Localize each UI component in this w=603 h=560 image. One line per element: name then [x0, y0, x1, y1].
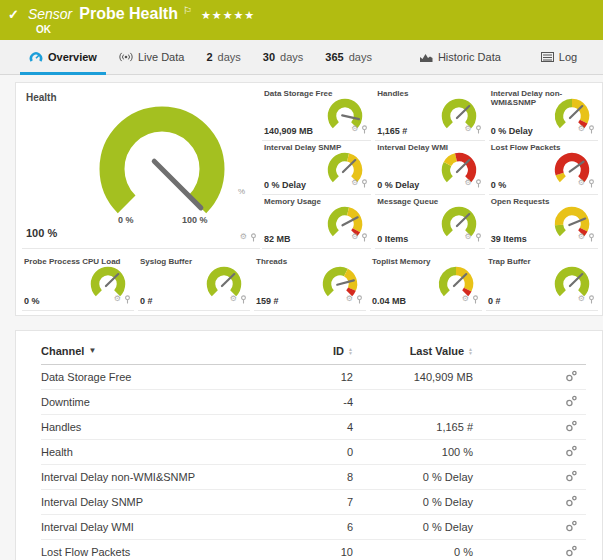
- table-row-interval-delay-wmi[interactable]: Interval Delay WMI60 % Delay: [41, 515, 586, 540]
- pin-icon-glyph: [361, 233, 368, 242]
- priority-stars[interactable]: ★★★★★: [201, 9, 255, 22]
- tab-live-data[interactable]: Live Data: [108, 40, 195, 74]
- channel-settings-icon-glyph: [565, 445, 578, 457]
- pin-icon-glyph: [472, 295, 479, 304]
- pin-icon[interactable]: [475, 228, 482, 246]
- gauge-open-requests: Open Requests39 Items⚙: [489, 195, 598, 249]
- gauge-health: Health 0 % 100 % % 100 % ⚙: [22, 87, 260, 249]
- tab-bar: OverviewLive Data2days30days365daysHisto…: [0, 40, 603, 75]
- gauge-value: 0 % Delay: [491, 126, 533, 136]
- table-header-row: Channel ▼ ID ▲▼ Last Value ▲▼: [41, 337, 586, 365]
- pin-icon-glyph: [588, 295, 595, 304]
- gauge-lost-flow-packets: Lost Flow Packets0 %⚙: [489, 141, 598, 195]
- table-row-downtime[interactable]: Downtime-4: [41, 390, 586, 415]
- channel-name: Lost Flow Packets: [41, 546, 293, 558]
- gauge-value: 1,165 #: [377, 126, 407, 136]
- table-row-lost-flow-packets[interactable]: Lost Flow Packets100 %: [41, 540, 586, 560]
- gauge-threads: Threads159 #⚙: [254, 255, 366, 311]
- pin-icon[interactable]: [250, 228, 257, 246]
- gauge-data-storage-free: Data Storage Free140,909 MB⚙: [262, 87, 371, 141]
- column-header-channel[interactable]: Channel ▼: [41, 345, 293, 357]
- gauge-value: 0 #: [140, 296, 153, 306]
- tab-historic-data[interactable]: Historic Data: [409, 40, 512, 74]
- channel-settings-icon[interactable]: [565, 395, 578, 409]
- table-row-health[interactable]: Health0100 %: [41, 440, 586, 465]
- overview-gauges-panel: Health 0 % 100 % % 100 % ⚙ Data Storage …: [15, 82, 603, 316]
- tab-365-days[interactable]: 365days: [314, 40, 383, 74]
- pin-icon[interactable]: [475, 174, 482, 192]
- gear-icon[interactable]: ⚙: [240, 233, 247, 241]
- gear-icon[interactable]: ⚙: [351, 179, 358, 187]
- gear-icon[interactable]: ⚙: [346, 295, 353, 303]
- gauge-probe-process-cpu-load: Probe Process CPU Load0 %⚙: [22, 255, 134, 311]
- gauge-value: 39 Items: [491, 234, 527, 244]
- pin-icon[interactable]: [588, 174, 595, 192]
- channel-id: 12: [293, 371, 353, 383]
- column-header-id[interactable]: ID ▲▼: [293, 345, 353, 357]
- pin-icon-glyph: [475, 179, 482, 188]
- column-header-last-value[interactable]: Last Value ▲▼: [353, 345, 473, 357]
- gear-icon[interactable]: ⚙: [462, 295, 469, 303]
- log-icon: [541, 52, 554, 62]
- channel-id: 6: [293, 521, 353, 533]
- gear-icon[interactable]: ⚙: [114, 295, 121, 303]
- channel-settings-icon[interactable]: [565, 495, 578, 509]
- pin-icon-glyph: [356, 295, 363, 304]
- pin-icon[interactable]: [361, 174, 368, 192]
- gauge-unit-label: %: [238, 187, 245, 196]
- gauge-handles: Handles1,165 #⚙: [375, 87, 484, 141]
- pin-icon[interactable]: [588, 290, 595, 308]
- gear-icon[interactable]: ⚙: [464, 233, 471, 241]
- table-row-data-storage-free[interactable]: Data Storage Free12140,909 MB: [41, 365, 586, 390]
- tab-number: 30: [263, 51, 275, 63]
- pin-icon[interactable]: [472, 290, 479, 308]
- ok-check-icon: ✓: [8, 7, 19, 22]
- sensor-title: Probe Health: [79, 5, 178, 23]
- gear-icon[interactable]: ⚙: [578, 295, 585, 303]
- gauge-max-label: 100 %: [182, 215, 208, 225]
- pin-icon[interactable]: [240, 290, 247, 308]
- table-row-handles[interactable]: Handles41,165 #: [41, 415, 586, 440]
- gear-icon[interactable]: ⚙: [351, 233, 358, 241]
- tab-label: Live Data: [138, 51, 184, 63]
- tab-label: Overview: [48, 51, 97, 63]
- gear-icon[interactable]: ⚙: [578, 179, 585, 187]
- gauge-value: 0.04 MB: [372, 296, 406, 306]
- channel-settings-icon[interactable]: [565, 545, 578, 559]
- pin-icon[interactable]: [475, 120, 482, 138]
- tab-overview[interactable]: Overview: [18, 40, 108, 74]
- gear-icon[interactable]: ⚙: [578, 125, 585, 133]
- table-row-interval-delay-non-wmi-snmp[interactable]: Interval Delay non-WMI&SNMP80 % Delay: [41, 465, 586, 490]
- channel-id: 0: [293, 446, 353, 458]
- status-badge: OK: [36, 24, 51, 35]
- gear-icon[interactable]: ⚙: [464, 179, 471, 187]
- gear-icon[interactable]: ⚙: [351, 125, 358, 133]
- pin-icon[interactable]: [356, 290, 363, 308]
- pin-icon[interactable]: [361, 228, 368, 246]
- gear-icon[interactable]: ⚙: [464, 125, 471, 133]
- gauge-value: 82 MB: [264, 234, 291, 244]
- chart-icon: [420, 52, 433, 62]
- table-row-interval-delay-snmp[interactable]: Interval Delay SNMP70 % Delay: [41, 490, 586, 515]
- pin-icon[interactable]: [588, 120, 595, 138]
- channel-settings-icon-glyph: [565, 520, 578, 532]
- gear-icon[interactable]: ⚙: [578, 233, 585, 241]
- gear-icon[interactable]: ⚙: [230, 295, 237, 303]
- gauge-value: 0 % Delay: [377, 180, 419, 190]
- channel-settings-icon[interactable]: [565, 420, 578, 434]
- channel-settings-icon[interactable]: [565, 445, 578, 459]
- tab-30-days[interactable]: 30days: [252, 40, 315, 74]
- pin-icon[interactable]: [588, 228, 595, 246]
- channel-last-value: 0 % Delay: [353, 521, 473, 533]
- channel-last-value: 1,165 #: [353, 421, 473, 433]
- channel-settings-icon[interactable]: [565, 470, 578, 484]
- channel-settings-icon[interactable]: [565, 520, 578, 534]
- channel-settings-icon[interactable]: [565, 370, 578, 384]
- pin-icon[interactable]: [361, 120, 368, 138]
- flag-icon[interactable]: ⚐: [183, 5, 192, 16]
- tab-2-days[interactable]: 2days: [195, 40, 251, 74]
- gauge-value: 140,909 MB: [264, 126, 313, 136]
- pin-icon[interactable]: [124, 290, 131, 308]
- tab-log[interactable]: Log: [530, 40, 588, 74]
- gauge-min-label: 0 %: [118, 215, 134, 225]
